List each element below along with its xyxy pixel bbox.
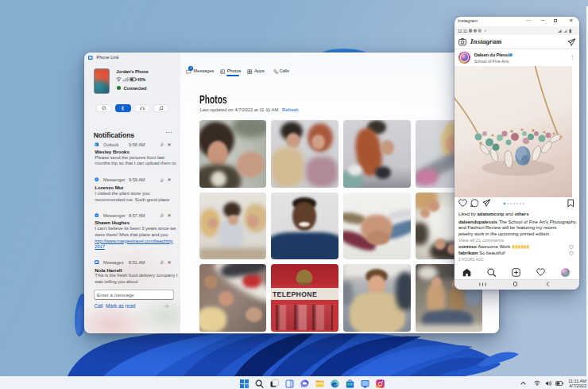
svg-text:45%: 45% — [137, 77, 145, 82]
